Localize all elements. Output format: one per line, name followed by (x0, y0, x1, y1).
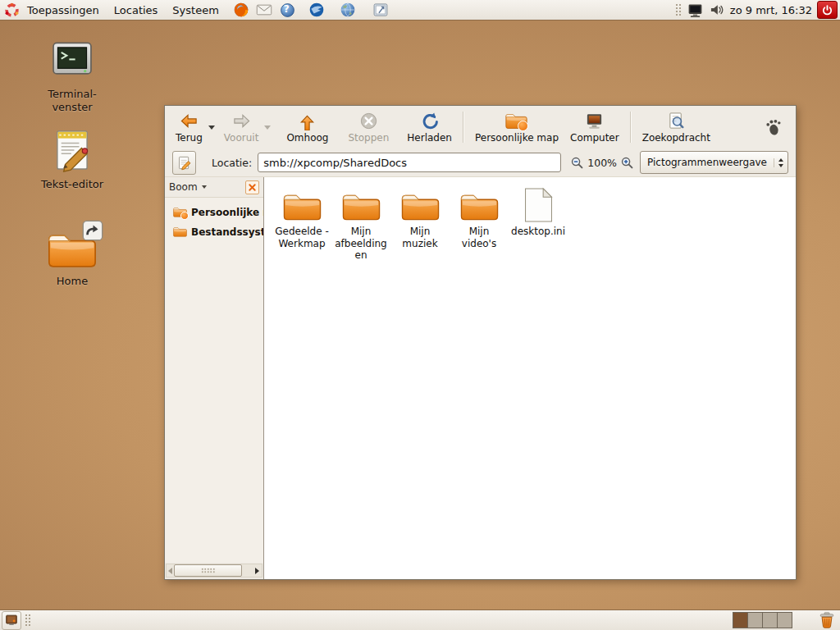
workspace-switcher (733, 612, 792, 628)
stop-button[interactable]: Stoppen (342, 108, 395, 147)
workspace-3[interactable] (763, 613, 778, 628)
stop-icon (359, 112, 378, 130)
gnome-throbber-icon (765, 118, 783, 136)
thunderbird-icon[interactable] (308, 2, 326, 19)
folder-icon (342, 192, 381, 223)
ubuntu-menu-icon[interactable] (4, 2, 20, 18)
scroll-right-arrow[interactable] (255, 568, 259, 574)
search-label: Zoekopdracht (642, 132, 710, 144)
file-item-folder[interactable]: Gedeelde - Werkmap (272, 184, 331, 249)
computer-button[interactable]: Computer (564, 108, 625, 147)
back-dropdown-caret[interactable] (208, 126, 215, 130)
power-button[interactable] (817, 1, 838, 19)
zoom-in-icon[interactable] (620, 156, 634, 170)
sidebar-close-button[interactable] (245, 180, 259, 194)
zoom-out-icon[interactable] (570, 156, 584, 170)
search-button[interactable]: Zoekopdracht (637, 108, 716, 147)
desktop-icon-terminal[interactable]: Terminal-venster (26, 36, 118, 114)
desktop-icon-home[interactable]: Home (26, 223, 118, 288)
menu-applications[interactable]: Toepassingen (20, 0, 107, 20)
file-icon-view[interactable]: Gedeelde - Werkmap Mijn afbeeldingen Mij… (264, 177, 796, 579)
tree-item-home[interactable]: Persoonlijke map (165, 203, 263, 222)
home-button[interactable]: Persoonlijke map (469, 108, 564, 147)
help-icon[interactable]: ? (279, 2, 296, 19)
file-name: Gedeelde - Werkmap (275, 226, 329, 249)
file-item-folder[interactable]: Mijn muziek (390, 184, 450, 249)
file-name: desktop.ini (511, 226, 565, 238)
up-label: Omhoog (286, 132, 328, 144)
scrollbar-thumb[interactable] (174, 564, 242, 577)
forward-label: Vooruit (224, 132, 259, 144)
home-label: Persoonlijke map (475, 132, 559, 144)
reload-icon (420, 112, 439, 130)
trash-button[interactable] (817, 611, 837, 629)
bottom-panel (0, 609, 840, 630)
menu-system[interactable]: Systeem (165, 0, 226, 20)
home-emblem-icon (518, 121, 528, 131)
remote-desktop-icon[interactable] (372, 2, 390, 19)
file-item-folder[interactable]: Mijn video's (450, 184, 509, 249)
reload-label: Herladen (407, 132, 452, 144)
toolbar-separator (463, 112, 464, 143)
folder-icon (283, 192, 322, 223)
location-label: Locatie: (212, 157, 252, 169)
file-item-document[interactable]: desktop.ini (509, 184, 568, 238)
taskbar-drag-handle[interactable] (25, 614, 31, 628)
location-input[interactable] (258, 153, 561, 172)
workspace-4[interactable] (778, 613, 792, 628)
view-mode-spinner (774, 158, 783, 167)
tree-item-filesystem[interactable]: Bestandssysteem (165, 222, 263, 242)
menu-places[interactable]: Locaties (107, 0, 166, 20)
file-manager-window: Terug Vooruit Omhoog Stoppen Herladen Pe… (164, 105, 797, 580)
top-panel: Toepassingen Locaties Systeem ? zo 9 mrt… (0, 0, 840, 21)
desktop-icon-label: Terminal-venster (37, 88, 107, 114)
file-item-folder[interactable]: Mijn afbeeldingen (331, 184, 390, 262)
menu-applications-label: Toepassingen (27, 4, 99, 16)
email-icon[interactable] (256, 2, 273, 19)
view-mode-dropdown[interactable]: Pictogrammenweergave (640, 151, 788, 174)
stop-label: Stoppen (348, 132, 389, 144)
panel-launchers: ? (233, 2, 390, 19)
file-name: Mijn muziek (393, 226, 447, 249)
web-browser-icon[interactable] (340, 2, 357, 19)
folder-icon (401, 192, 440, 223)
location-edit-toggle-button[interactable] (172, 151, 196, 175)
back-label: Terug (176, 132, 203, 144)
forward-button[interactable]: Vooruit (218, 108, 265, 147)
file-name: Mijn video's (452, 226, 506, 249)
sidebar-pane-selector[interactable]: Boom (169, 181, 198, 193)
firefox-icon[interactable] (233, 2, 250, 19)
tree-item-label: Bestandssysteem (191, 226, 263, 238)
window-content: Boom Persoonlijke map Bestandssysteem (165, 176, 796, 579)
workspace-1[interactable] (733, 613, 748, 628)
tree-item-label: Persoonlijke map (191, 207, 263, 218)
up-arrow-icon (298, 112, 317, 130)
back-button[interactable]: Terug (170, 108, 208, 147)
show-desktop-button[interactable] (2, 611, 21, 630)
volume-indicator-icon[interactable] (709, 2, 725, 18)
location-bar: Locatie: 100% Pictogrammenweergave (165, 148, 796, 176)
chevron-down-icon (202, 185, 207, 189)
desktop-icon-text-editor[interactable]: Tekst-editor (26, 126, 118, 191)
clock[interactable]: zo 9 mrt, 16:32 (730, 4, 812, 16)
forward-dropdown-caret[interactable] (264, 126, 271, 130)
reload-button[interactable]: Herladen (401, 108, 458, 147)
display-indicator-icon[interactable] (687, 2, 704, 19)
search-icon (667, 112, 686, 130)
folder-icon (460, 192, 499, 223)
trash-icon (818, 611, 836, 629)
folder-icon (173, 226, 187, 238)
forward-arrow-icon (232, 112, 251, 130)
scroll-left-arrow[interactable] (168, 568, 172, 574)
sidebar-horizontal-scrollbar[interactable] (166, 564, 262, 578)
terminal-icon (48, 36, 96, 84)
workspace-2[interactable] (748, 613, 763, 628)
help-glyph: ? (279, 2, 294, 17)
tray-drag-handle[interactable] (675, 3, 682, 17)
zoom-controls: 100% (570, 156, 634, 170)
sidebar-header[interactable]: Boom (165, 177, 263, 198)
link-emblem-icon (82, 220, 103, 241)
scrollbar-track[interactable] (244, 565, 255, 576)
menu-places-label: Locaties (114, 4, 158, 16)
up-button[interactable]: Omhoog (281, 108, 334, 147)
